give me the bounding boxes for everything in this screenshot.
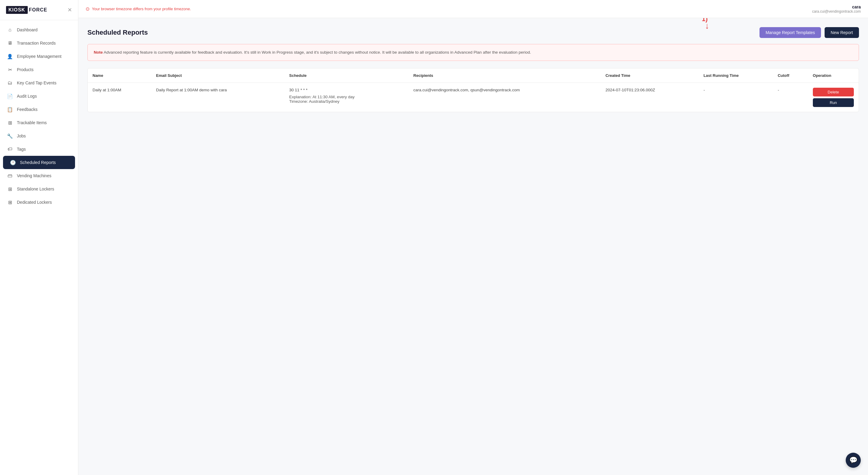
cell-name: Daily at 1:00AM (88, 83, 151, 112)
col-cutoff: Cutoff (773, 68, 808, 83)
schedule-cron: 30 11 * * * (289, 88, 404, 92)
sidebar-item-audit-logs[interactable]: 📄 Audit Logs (0, 90, 78, 103)
close-icon[interactable]: ✕ (67, 7, 72, 13)
trackable-icon: ⊞ (7, 120, 13, 125)
cell-operation: Delete Run (808, 83, 859, 112)
sidebar-item-feedbacks[interactable]: 📋 Feedbacks (0, 103, 78, 116)
chat-icon: 💬 (849, 456, 858, 464)
sidebar-item-label: Products (17, 67, 33, 72)
sidebar-item-label: Vending Machines (17, 173, 51, 178)
col-last-running-time: Last Running Time (699, 68, 773, 83)
col-operation: Operation (808, 68, 859, 83)
sidebar-item-label: Dashboard (17, 27, 38, 32)
dashboard-icon: ⌂ (7, 27, 13, 33)
main-content: ⊙ Your browser timezone differs from you… (79, 0, 868, 475)
sidebar-item-products[interactable]: ✂ Products (0, 63, 78, 76)
new-report-button[interactable]: New Report (825, 27, 859, 38)
col-recipients: Recipients (409, 68, 601, 83)
feedbacks-icon: 📋 (7, 107, 13, 112)
sidebar-item-label: Transaction Records (17, 41, 56, 45)
employee-icon: 👤 (7, 54, 13, 59)
sidebar-item-tags[interactable]: 🏷 Tags (0, 142, 78, 156)
dedicated-lockers-icon: ⊞ (7, 199, 13, 205)
sidebar-item-label: Jobs (17, 133, 26, 138)
table-row: Daily at 1:00AM Daily Report at 1:00AM d… (88, 83, 859, 112)
scheduled-reports-icon: 🕐 (10, 160, 16, 165)
run-button[interactable]: Run (813, 98, 854, 107)
sidebar-item-label: Scheduled Reports (20, 160, 56, 165)
user-name: cara (812, 4, 861, 9)
sidebar-item-key-card-tap-events[interactable]: 🗂 Key Card Tap Events (0, 76, 78, 90)
sidebar-item-trackable-items[interactable]: ⊞ Trackable Items (0, 116, 78, 129)
reports-table-container: Name Email Subject Schedule Recipients C… (87, 68, 859, 112)
delete-button[interactable]: Delete (813, 88, 854, 96)
page-header: Scheduled Reports 1) ↓ Manage Report Tem… (87, 27, 859, 38)
transaction-icon: 🖥 (7, 40, 13, 46)
auditlogs-icon: 📄 (7, 93, 13, 99)
cell-schedule: 30 11 * * * Explanation: At 11:30 AM, ev… (284, 83, 409, 112)
col-schedule: Schedule (284, 68, 409, 83)
sidebar-item-standalone-lockers[interactable]: ⊞ Standalone Lockers (0, 182, 78, 196)
cell-recipients: cara.cui@vendingontrack.com, qsun@vendin… (409, 83, 601, 112)
header-actions: 1) ↓ Manage Report Templates New Report (756, 27, 859, 38)
col-created-time: Created Time (601, 68, 699, 83)
sidebar-nav: ⌂ Dashboard 🖥 Transaction Records 👤 Empl… (0, 20, 78, 475)
logo-force: FORCE (29, 7, 47, 13)
sidebar-item-employee-management[interactable]: 👤 Employee Management (0, 50, 78, 63)
sidebar-item-label: Feedbacks (17, 107, 37, 112)
timezone-alert: ⊙ Your browser timezone differs from you… (86, 6, 191, 12)
sidebar-item-label: Dedicated Lockers (17, 200, 52, 204)
sidebar-item-label: Tags (17, 147, 26, 152)
cell-cutoff: - (773, 83, 808, 112)
cell-created-time: 2024-07-10T01:23:06.000Z (601, 83, 699, 112)
sidebar-item-transaction-records[interactable]: 🖥 Transaction Records (0, 36, 78, 50)
alert-text: Your browser timezone differs from your … (92, 7, 191, 11)
alert-icon: ⊙ (86, 6, 90, 12)
vending-machines-icon: 🗃 (7, 173, 13, 179)
col-email-subject: Email Subject (151, 68, 284, 83)
col-name: Name (88, 68, 151, 83)
tags-icon: 🏷 (7, 147, 13, 152)
reports-table: Name Email Subject Schedule Recipients C… (88, 68, 859, 112)
annotation-arrow-icon: ↓ (705, 21, 709, 31)
sidebar-item-label: Audit Logs (17, 94, 37, 99)
sidebar-item-jobs[interactable]: 🔧 Jobs (0, 129, 78, 142)
sidebar: KIOSK FORCE ✕ ⌂ Dashboard 🖥 Transaction … (0, 0, 79, 475)
logo: KIOSK FORCE (6, 6, 47, 14)
standalone-lockers-icon: ⊞ (7, 186, 13, 192)
notice-banner: Note Advanced reporting feature is curre… (87, 44, 859, 61)
user-email: cara.cui@vendingontrack.com (812, 9, 861, 13)
page-content: Scheduled Reports 1) ↓ Manage Report Tem… (79, 18, 868, 475)
logo-kiosk: KIOSK (6, 6, 28, 14)
jobs-icon: 🔧 (7, 133, 13, 139)
sidebar-item-label: Employee Management (17, 54, 61, 59)
user-info: cara cara.cui@vendingontrack.com (812, 4, 861, 13)
products-icon: ✂ (7, 67, 13, 72)
page-title: Scheduled Reports (87, 29, 148, 36)
sidebar-item-dashboard[interactable]: ⌂ Dashboard (0, 23, 78, 36)
table-header-row: Name Email Subject Schedule Recipients C… (88, 68, 859, 83)
sidebar-item-vending-machines[interactable]: 🗃 Vending Machines (0, 169, 78, 182)
notice-text: Advanced reporting feature is currently … (104, 50, 531, 55)
annotation-number: 1) (702, 18, 708, 23)
chat-bubble-button[interactable]: 💬 (846, 453, 861, 468)
manage-report-templates-button[interactable]: Manage Report Templates (760, 27, 821, 38)
schedule-timezone: Timezone: Australia/Sydney (289, 99, 404, 104)
sidebar-item-dedicated-lockers[interactable]: ⊞ Dedicated Lockers (0, 196, 78, 209)
sidebar-item-label: Standalone Lockers (17, 187, 54, 191)
keycard-icon: 🗂 (7, 80, 13, 86)
schedule-explanation: Explanation: At 11:30 AM, every day (289, 95, 404, 99)
cell-email-subject: Daily Report at 1:00AM demo with cara (151, 83, 284, 112)
sidebar-item-scheduled-reports[interactable]: 🕐 Scheduled Reports (3, 156, 75, 169)
topbar: ⊙ Your browser timezone differs from you… (79, 0, 868, 18)
cell-last-running-time: - (699, 83, 773, 112)
sidebar-logo: KIOSK FORCE ✕ (0, 0, 78, 20)
notice-label: Note (94, 50, 103, 55)
sidebar-item-label: Trackable Items (17, 120, 47, 125)
sidebar-item-label: Key Card Tap Events (17, 81, 56, 85)
